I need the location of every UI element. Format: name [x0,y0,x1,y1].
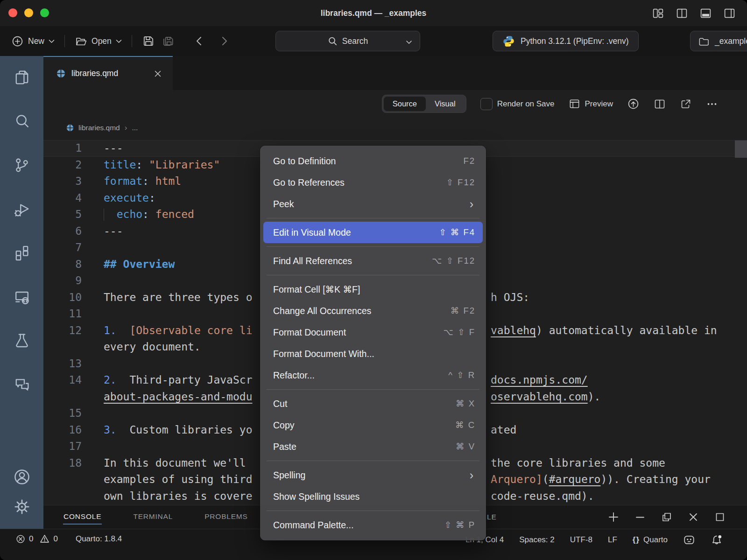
menu-item-copy[interactable]: Copy⌘ C [263,414,483,436]
code-text-left: --- [104,142,123,154]
panel-maximize-icon[interactable] [714,511,726,523]
explorer-icon[interactable] [13,68,31,87]
menu-item-format-cell-k-f[interactable]: Format Cell [⌘K ⌘F] [263,279,483,300]
menu-item-refactor[interactable]: Refactor...^ ⇧ R [263,364,483,386]
menu-item-shortcut: ⇧ ⌘ F4 [439,227,475,238]
panel-tab-console[interactable]: CONSOLE [63,510,102,525]
open-in-new-window-icon[interactable] [680,98,692,110]
line-number: 4 [43,190,82,207]
indentation-status[interactable]: Spaces: 2 [519,535,555,545]
customize-layout-icon[interactable] [652,7,664,20]
tab-libraries-qmd[interactable]: libraries.qmd [43,56,173,90]
search-chevron-down-icon[interactable] [406,40,412,44]
remote-explorer-icon[interactable] [13,287,31,306]
interpreter-selector[interactable]: Python 3.12.1 (PipEnv: .venv) [493,31,639,51]
save-all-icon[interactable] [161,34,175,48]
navigate-forward-icon[interactable] [218,35,230,47]
feedback-icon[interactable] [683,534,695,546]
toggle-panel-icon[interactable] [699,7,712,20]
code-token [117,324,130,336]
navigate-back-icon[interactable] [193,35,205,47]
interpreter-label: Python 3.12.1 (PipEnv: .venv) [521,36,629,46]
extensions-icon[interactable] [13,244,31,262]
menu-item-label: Spelling [273,470,470,481]
line-number: 16 [43,422,82,439]
render-on-save-checkbox[interactable] [480,98,493,110]
code-text-left: examples of using third [104,473,253,485]
comments-icon[interactable] [13,375,31,394]
more-actions-icon[interactable] [706,98,718,110]
project-label: _examples [715,36,747,46]
menu-item-peek[interactable]: Peek› [263,193,483,215]
panel-plus-icon[interactable] [608,511,619,523]
quarto-version-status[interactable]: Quarto: 1.8.4 [76,534,122,544]
menu-item-paste[interactable]: Paste⌘ V [263,436,483,457]
source-control-icon[interactable] [13,156,31,175]
project-selector[interactable]: _examples [690,31,747,51]
code-token: 2. [104,374,117,386]
preview-button[interactable]: Preview [569,98,613,110]
menu-item-label: Command Palette... [273,520,444,531]
menu-item-shortcut: ⌘ C [455,420,475,430]
menu-item-change-all-occurrences[interactable]: Change All Occurrences⌘ F2 [263,300,483,322]
menu-item-go-to-references[interactable]: Go to References⇧ F12 [263,172,483,193]
chevron-down-icon [49,39,55,43]
window-title: libraries.qmd — _examples [0,0,747,26]
panel-minimize-icon[interactable] [634,511,646,523]
menu-item-cut[interactable]: Cut⌘ X [263,393,483,414]
code-token: --- [104,142,123,154]
menu-item-label: Peek [273,199,470,210]
eol-status[interactable]: LF [608,535,617,545]
menu-item-spelling[interactable]: Spelling› [263,464,483,486]
panel-tab-problems[interactable]: PROBLEMS [204,510,248,525]
plus-circle-icon [11,35,24,48]
panel-restore-icon[interactable] [661,511,672,523]
source-mode-button[interactable]: Source [384,97,426,111]
menu-item-label: Go to References [273,177,446,188]
open-button[interactable]: Open [75,35,122,48]
toggle-secondary-sidebar-icon[interactable] [723,7,736,20]
save-icon[interactable] [142,35,155,48]
menu-item-find-all-references[interactable]: Find All References⌥ ⇧ F12 [263,250,483,272]
split-editor-icon[interactable] [654,98,666,110]
panel-tab-fragment[interactable]: LE [487,513,497,521]
panel-tab-terminal[interactable]: TERMINAL [133,510,173,525]
breadcrumb-file[interactable]: libraries.qmd [78,124,120,132]
notifications-bell-icon[interactable] [711,534,723,546]
python-logo-icon [502,35,515,48]
menu-item-format-document[interactable]: Format Document⌥ ⇧ F [263,322,483,343]
code-token: #arquero [549,473,601,485]
visual-mode-button[interactable]: Visual [426,97,465,111]
editor-scrollbar-thumb[interactable] [735,140,747,158]
render-publish-icon[interactable] [627,98,640,110]
run-and-debug-icon[interactable] [13,200,31,218]
language-mode-status[interactable]: {} Quarto [633,535,668,545]
search-input[interactable]: Search [275,31,420,51]
code-token: ## Overview [104,258,175,270]
line-number: 11 [43,306,82,322]
error-icon [16,534,25,544]
breadcrumb: libraries.qmd › ... [43,118,747,138]
code-text-left: ## Overview [104,258,175,270]
search-sidebar-icon[interactable] [13,112,31,131]
split-editor-layout-icon[interactable] [676,7,688,20]
menu-item-command-palette[interactable]: Command Palette...⇧ ⌘ P [263,514,483,536]
testing-icon[interactable] [13,331,31,350]
line-number: 17 [43,438,82,455]
new-button[interactable]: New [11,35,55,48]
menu-item-go-to-definition[interactable]: Go to DefinitionF2 [263,150,483,172]
problems-status[interactable]: 0 0 [16,534,58,544]
close-tab-icon[interactable] [151,67,164,80]
menu-item-show-spelling-issues[interactable]: Show Spelling Issues [263,486,483,507]
code-token: [Observable core li [129,324,252,336]
code-text-left: 2. Third-party JavaScr [104,374,253,386]
panel-close-icon[interactable] [688,511,699,523]
breadcrumb-more[interactable]: ... [132,124,138,132]
search-placeholder-text: Search [342,36,368,46]
encoding-status[interactable]: UTF-8 [570,535,592,545]
line-number: 3 [43,173,82,190]
menu-item-format-document-with[interactable]: Format Document With... [263,343,483,364]
settings-gear-icon[interactable] [12,497,32,517]
accounts-icon[interactable] [12,467,32,487]
menu-item-edit-in-visual-mode[interactable]: Edit in Visual Mode⇧ ⌘ F4 [263,222,483,243]
